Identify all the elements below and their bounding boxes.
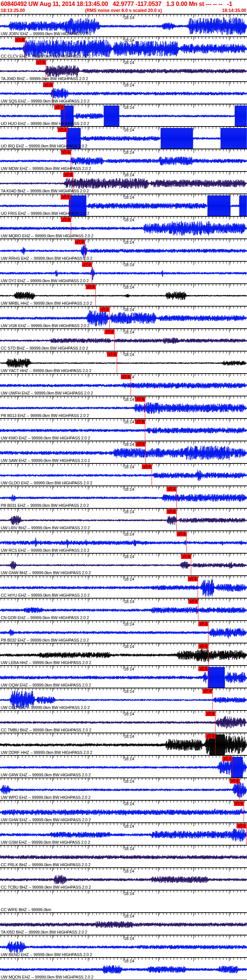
- trace-label: CN GDR EHZ -- 99999.0km BW HIGHPASS 2.0 …: [1, 616, 89, 620]
- trace-row: 18:14xT 4TA K04D BHZ -- 99999.0km BW HIG…: [0, 171, 247, 194]
- trace-label: PB B013 EHZ -- 99999.0km BW HIGHPASS 2.0…: [1, 413, 89, 418]
- pick-marker[interactable]: xT 4: [234, 801, 244, 806]
- pick-marker[interactable]: xT 4: [198, 621, 209, 626]
- minute-label: 18:14: [124, 307, 134, 312]
- pick-marker[interactable]: xT 4: [202, 689, 213, 694]
- rms-scale-note: (RMS noise over 6.0 s scaled 20.0 x): [85, 8, 162, 13]
- trace-row: 18:14xT 4UW RCS EHZ -- 99999.0km BW HIGH…: [0, 530, 247, 553]
- trace-row: 18:14xT 4CC CLCV EHZ -- 99999.0km BW HIG…: [0, 36, 247, 59]
- pick-marker[interactable]: xT 4: [222, 756, 233, 761]
- trace-row: 18:14xT 4UO FRIS EHZ -- 99999.0km BW HIG…: [0, 194, 247, 216]
- minute-label: 18:14: [124, 914, 134, 918]
- pick-marker[interactable]: xT 4: [206, 711, 215, 716]
- minute-label: 18:14: [124, 128, 134, 132]
- trace-row: 18:14xT 4UW YACT HHZ -- 99999.0km BW HIG…: [0, 351, 247, 373]
- pick-marker[interactable]: xT 4: [167, 509, 177, 514]
- trace-row: 18:14CC PRLK BHZ -- 99999.0km BW HIGHPAS…: [0, 845, 247, 867]
- trace-row: 18:14xT 4UW GSM EHZ -- 99999.0km BW HIGH…: [0, 822, 247, 845]
- pick-marker[interactable]: xT 4: [82, 262, 92, 267]
- trace-row: 18:14xT 4PB B031 EHZ -- 99999.0km BW HIG…: [0, 485, 247, 508]
- pick-marker[interactable]: xT 4: [177, 531, 187, 536]
- time-tick-axis: [0, 891, 247, 894]
- pick-marker[interactable]: xT 4: [188, 599, 198, 604]
- pick-marker[interactable]: xT 4: [36, 60, 46, 65]
- trace-row: 18:14xT 4UW GNW BHZ -- 99999.0km BW HIGH…: [0, 553, 247, 575]
- trace-row: 18:14TA I05D BHZ -- 99999.0km BW HIGHPAS…: [0, 912, 247, 935]
- trace-row: 18:14xT 4CC HIYU EHZ -- 99999.0km BW HIG…: [0, 575, 247, 598]
- pick-marker[interactable]: xT 4: [43, 82, 53, 87]
- seismic-waveform-viewer: 60840492 UW Aug 11, 2014 18:13:45.00 42.…: [0, 0, 247, 980]
- minute-label: 18:14: [124, 757, 134, 761]
- minute-label: 18:14: [124, 420, 134, 424]
- trace-row: 18:14xT 4UW KMO EHZ -- 99999.0km BW HIGH…: [0, 418, 247, 441]
- trace-row: 18:14UW JORV EHZ -- 99999.0km BW HIGHPAS…: [0, 14, 247, 36]
- pick-marker[interactable]: xT 4: [104, 329, 115, 334]
- trace-label: CC HIYU EHZ -- 99999.0km BW HIGHPASS 2.0…: [1, 593, 89, 597]
- trace-label: UO IRQ EHZ -- 99999.0km BW HIGHPASS 2.0 …: [1, 144, 87, 148]
- trace-label: UW BEND EHZ -- 99999.0km BW HIGHPASS 2.0…: [1, 952, 92, 957]
- trace-row: 18:14xT 4UW RRHS EHZ -- 99999.0km BW HIG…: [0, 239, 247, 261]
- window-start-time: 18:13:25.00: [1, 8, 25, 13]
- minute-label: 18:14: [124, 689, 134, 694]
- trace-label: UW MQON EHZ -- 99999.0km BW HIGHPASS 2.0…: [1, 975, 94, 979]
- minute-label: 18:14: [124, 577, 134, 581]
- window-end-time: 18:14:35.00: [222, 8, 246, 13]
- pick-marker[interactable]: xT 4: [135, 442, 146, 447]
- trace-label: UW SQS EHZ -- 99999.0km BW HIGHPASS 2.0 …: [1, 99, 89, 103]
- pick-marker[interactable]: xT 4: [236, 824, 247, 828]
- pick-marker[interactable]: xT 4: [167, 487, 177, 492]
- pick-marker[interactable]: xT 4: [107, 352, 117, 357]
- pick-marker[interactable]: xT 4: [57, 127, 68, 132]
- trace-row: 18:14CC WIFE BHZ -- 99999.0km: [0, 890, 247, 912]
- pick-marker[interactable]: xT 4: [135, 419, 145, 424]
- trace-label: UW MQRO EHZ -- 99999.0km BW HIGHPASS 2.0…: [1, 234, 94, 238]
- minute-label: 18:14: [124, 959, 134, 963]
- minute-label: 18:14: [124, 240, 134, 245]
- trace-label: UW LEBA HHZ -- 99999.0km BW HIGHPASS 2.0…: [1, 660, 91, 665]
- minute-label: 18:14: [124, 846, 134, 851]
- pick-marker[interactable]: xT 4: [86, 285, 96, 290]
- trace-row: 18:14xT 4UO HUO EHZ -- 99999.0km BW HIGH…: [0, 104, 247, 126]
- trace-row: 18:14xT 4CN GDR EHZ -- 99999.0km BW HIGH…: [0, 598, 247, 620]
- trace-label: UW JORV EHZ -- 99999.0km BW HIGHPASS 2.0…: [1, 32, 91, 36]
- trace-row: 18:14xT 4UW MDW EHZ -- 99999.0km BW HIGH…: [0, 149, 247, 171]
- minute-label: 18:14: [124, 509, 134, 514]
- minute-label: 18:14: [124, 218, 134, 222]
- trace-row: 18:14xT 4UW LEBA HHZ -- 99999.0km BW HIG…: [0, 643, 247, 665]
- pick-marker[interactable]: xT 4: [121, 374, 131, 379]
- trace-row: 18:14xT 4UW GRW EHZ -- 99999.0km BW HIGH…: [0, 755, 247, 778]
- minute-label: 18:14: [124, 150, 134, 154]
- pick-marker[interactable]: xT 4: [198, 644, 209, 649]
- minute-label: 18:14: [124, 532, 134, 536]
- trace-label: UW KMO EHZ -- 99999.0km BW HIGHPASS 2.0 …: [1, 436, 90, 440]
- minute-label: 18:14: [124, 442, 134, 447]
- pick-marker[interactable]: xT 4: [100, 307, 110, 312]
- pick-marker[interactable]: xT 4: [135, 397, 145, 402]
- trace-label: UW DY2 EHZ -- 99999.0km BW HIGHPASS 2.0 …: [1, 278, 89, 283]
- pick-marker[interactable]: xT 4: [15, 37, 25, 42]
- trace-label: UW YACT HHZ -- 99999.0km BW HIGHPASS 2.0…: [1, 368, 91, 373]
- pick-marker[interactable]: xT 4: [61, 150, 71, 154]
- pick-marker[interactable]: xT 4: [75, 240, 85, 245]
- pick-marker[interactable]: xT 4: [63, 172, 73, 177]
- minute-label: 18:14: [124, 824, 134, 828]
- pick-marker[interactable]: xT 4: [206, 734, 215, 738]
- time-window-bar: 18:13:25.00 (RMS noise over 6.0 s scaled…: [1, 8, 246, 13]
- pick-marker[interactable]: xT 4: [142, 464, 152, 469]
- pick-marker[interactable]: xT 4: [198, 666, 209, 671]
- minute-label: 18:14: [124, 285, 134, 290]
- pick-marker[interactable]: xT 4: [61, 195, 71, 199]
- trace-row: 18:14UW BEND EHZ -- 99999.0km BW HIGHPAS…: [0, 935, 247, 957]
- pick-marker[interactable]: xT 4: [61, 217, 71, 222]
- minute-label: 18:14: [124, 105, 134, 110]
- trace-row: 18:14xT 4CC STD BHZ -- 99999.0km BW HIGH…: [0, 328, 247, 351]
- pick-marker[interactable]: xT 4: [188, 576, 198, 581]
- pick-marker[interactable]: xT 4: [181, 554, 191, 559]
- trace-row: 18:14xT 4UW MRBL HHZ -- 99999.0km BW HIG…: [0, 283, 247, 306]
- minute-label: 18:14: [124, 15, 134, 20]
- trace-row: 18:14xT 4UW OSD EHZ -- 99999.0km BW HIGH…: [0, 688, 247, 710]
- trace-label: UW VGB EHZ -- 99999.0km BW HIGHPASS 2.0 …: [1, 323, 89, 328]
- trace-label: UW GNW BHZ -- 99999.0km BW HIGHPASS 2.0 …: [1, 571, 91, 575]
- pick-marker[interactable]: xT 4: [230, 779, 240, 783]
- pick-marker[interactable]: xT 4: [54, 105, 64, 110]
